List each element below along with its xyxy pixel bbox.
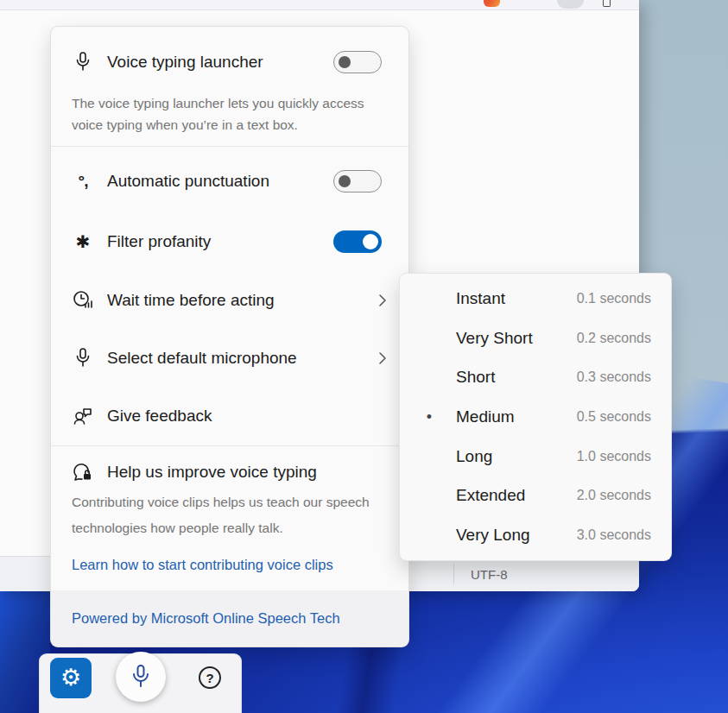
- option-value: 2.0 seconds: [577, 488, 651, 503]
- encoding-label: UTF-8: [471, 557, 508, 591]
- option-label: Long: [456, 447, 492, 466]
- question-mark-icon: ?: [206, 671, 213, 685]
- give-feedback-label: Give feedback: [107, 407, 212, 426]
- give-feedback-row[interactable]: Give feedback: [51, 388, 408, 445]
- mic-icon: [130, 664, 152, 690]
- selected-bullet-icon: •: [423, 408, 435, 426]
- option-label: Instant: [456, 289, 505, 308]
- wait-time-clock-icon: [70, 289, 96, 312]
- browser-toolbar-strip: [0, 0, 639, 10]
- automatic-punctuation-label: Automatic punctuation: [107, 172, 269, 191]
- wait-time-option-very-long[interactable]: Very Long 3.0 seconds: [400, 515, 671, 555]
- option-value: 0.1 seconds: [577, 291, 651, 306]
- wait-time-label: Wait time before acting: [107, 291, 275, 310]
- option-value: 1.0 seconds: [577, 449, 651, 464]
- filter-profanity-label: Filter profanity: [107, 232, 211, 251]
- option-value: 3.0 seconds: [577, 527, 651, 543]
- powered-by-link[interactable]: Powered by Microsoft Online Speech Tech: [72, 610, 340, 627]
- wait-time-row[interactable]: Wait time before acting: [51, 272, 408, 329]
- automatic-punctuation-toggle[interactable]: [333, 170, 382, 192]
- voice-typing-launcher-label: Voice typing launcher: [107, 53, 263, 72]
- help-improve-description: Contributing voice clips helps us teach …: [72, 489, 379, 541]
- option-label: Very Long: [456, 526, 530, 545]
- microphone-icon: [70, 347, 96, 369]
- browser-logo-icon: [484, 0, 500, 7]
- wait-time-submenu: Instant 0.1 seconds Very Short 0.2 secon…: [399, 273, 672, 561]
- option-label: Short: [456, 368, 495, 387]
- chevron-right-icon: [374, 350, 391, 367]
- wait-time-option-instant[interactable]: Instant 0.1 seconds: [400, 279, 671, 319]
- automatic-punctuation-row[interactable]: °, Automatic punctuation: [51, 151, 408, 211]
- asterisk-icon: ✱: [70, 233, 96, 250]
- option-label: Medium: [456, 407, 515, 426]
- panel-footer: Powered by Microsoft Online Speech Tech: [51, 590, 408, 647]
- wait-time-option-medium[interactable]: • Medium 0.5 seconds: [400, 397, 671, 437]
- microphone-icon: [70, 51, 96, 73]
- settings-gear-button[interactable]: ⚙: [50, 658, 92, 698]
- status-bar-divider: [453, 564, 454, 584]
- voice-typing-mic-button[interactable]: [116, 652, 166, 702]
- punctuation-icon: °,: [70, 172, 96, 191]
- voice-typing-toolbar: ⚙ ?: [39, 653, 242, 713]
- select-microphone-row[interactable]: Select default microphone: [51, 329, 408, 388]
- toolbar-glyph-icon: [603, 0, 611, 7]
- help-button[interactable]: ?: [199, 666, 221, 689]
- toolbar-button-fragment: [557, 0, 584, 9]
- section-divider: [51, 445, 408, 446]
- help-improve-label: Help us improve voice typing: [107, 463, 317, 482]
- feedback-icon: [70, 405, 96, 427]
- option-label: Extended: [456, 486, 525, 505]
- voice-typing-settings-panel: Voice typing launcher The voice typing l…: [50, 26, 409, 647]
- filter-profanity-toggle[interactable]: [333, 230, 382, 253]
- wait-time-option-short[interactable]: Short 0.3 seconds: [400, 357, 671, 397]
- wait-time-option-long[interactable]: Long 1.0 seconds: [400, 437, 671, 476]
- launcher-description: The voice typing launcher lets you quick…: [72, 92, 383, 136]
- voice-typing-launcher-row[interactable]: Voice typing launcher: [51, 39, 408, 85]
- chevron-right-icon: [374, 292, 391, 309]
- voice-typing-launcher-toggle[interactable]: [333, 51, 382, 73]
- gear-icon: ⚙: [60, 666, 81, 690]
- wait-time-option-very-short[interactable]: Very Short 0.2 seconds: [400, 319, 671, 358]
- option-label: Very Short: [456, 329, 533, 348]
- select-microphone-label: Select default microphone: [107, 349, 297, 368]
- option-value: 0.5 seconds: [577, 409, 651, 425]
- privacy-chat-lock-icon: [70, 461, 96, 483]
- learn-link-row: Learn how to start contributing voice cl…: [51, 552, 408, 577]
- option-value: 0.2 seconds: [577, 331, 651, 346]
- filter-profanity-row[interactable]: ✱ Filter profanity: [51, 211, 408, 272]
- option-value: 0.3 seconds: [577, 369, 651, 385]
- learn-voice-clips-link[interactable]: Learn how to start contributing voice cl…: [72, 557, 333, 573]
- section-divider: [51, 146, 408, 147]
- wait-time-option-extended[interactable]: Extended 2.0 seconds: [400, 476, 671, 516]
